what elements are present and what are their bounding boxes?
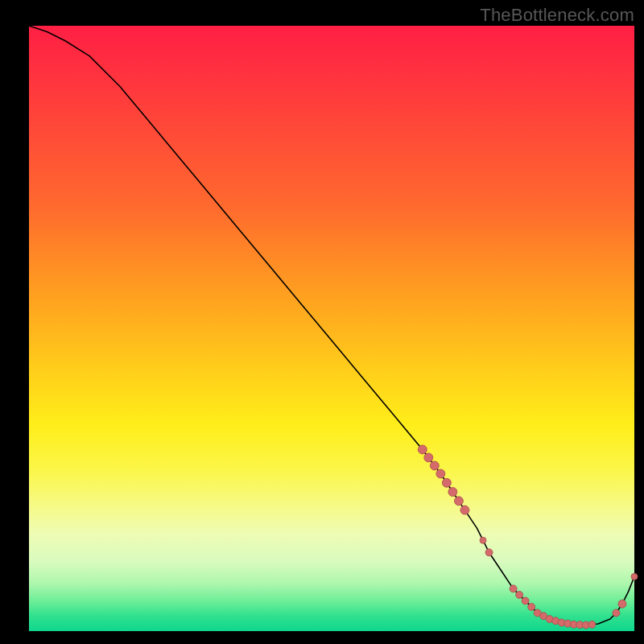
curve-marker	[460, 506, 469, 514]
curve-marker	[522, 597, 529, 605]
curve-marker	[454, 497, 463, 506]
curve-marker	[436, 469, 445, 478]
curve-marker	[588, 621, 596, 628]
curve-layer	[29, 26, 634, 631]
curve-marker	[631, 573, 638, 580]
curve-markers	[418, 445, 638, 629]
curve-marker	[485, 549, 493, 556]
curve-marker	[418, 445, 427, 454]
curve-marker	[430, 461, 439, 470]
curve-marker	[613, 609, 620, 617]
chart-root: TheBottleneck.com	[0, 0, 644, 644]
plot-area	[29, 26, 634, 631]
curve-marker	[442, 478, 451, 487]
curve-marker	[448, 488, 457, 497]
curve-marker	[516, 591, 523, 598]
curve-marker	[510, 585, 517, 592]
bottleneck-curve	[29, 26, 634, 625]
curve-marker	[618, 600, 626, 608]
watermark-text: TheBottleneck.com	[480, 5, 634, 26]
curve-marker	[528, 603, 535, 610]
curve-marker	[424, 453, 433, 462]
curve-marker	[480, 537, 486, 543]
